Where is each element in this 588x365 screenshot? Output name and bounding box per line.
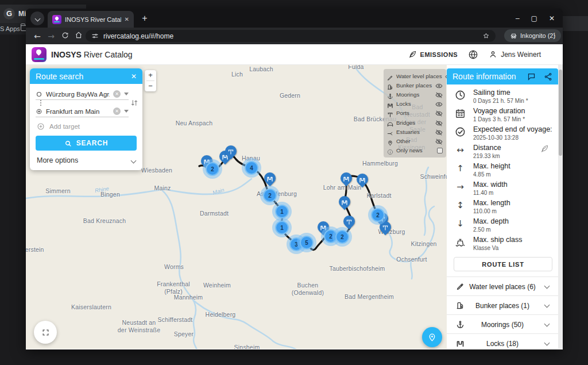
- section-moorings-50-[interactable]: Moorings (50): [447, 314, 558, 333]
- more-options-button[interactable]: More options: [36, 156, 137, 164]
- eye-off-icon[interactable]: [435, 137, 443, 145]
- close-icon[interactable]: ✕: [131, 72, 137, 80]
- clear-origin-icon[interactable]: ✕: [113, 90, 121, 98]
- reload-button[interactable]: [58, 32, 72, 41]
- lock-pin-marker[interactable]: [338, 195, 351, 208]
- maximize-button[interactable]: ▢: [531, 14, 537, 22]
- section-locks-18-[interactable]: Locks (18): [447, 333, 558, 349]
- back-button[interactable]: ←: [30, 32, 44, 41]
- scrollbar-thumb[interactable]: [559, 70, 562, 156]
- eye-icon[interactable]: [435, 82, 443, 89]
- cluster-marker[interactable]: 1: [272, 218, 292, 237]
- legend-item-estuaries[interactable]: Estuaries: [387, 127, 443, 136]
- fullscreen-icon: [42, 329, 49, 336]
- route-list-button[interactable]: ROUTE LIST: [454, 257, 552, 271]
- info-label: Voyage duration: [473, 107, 525, 115]
- legend-label: Moorings: [396, 91, 432, 98]
- map[interactable]: LaubachLichFuldaGedernNeu AnspachBad Brü…: [26, 65, 447, 349]
- clear-destination-icon[interactable]: ✕: [113, 107, 121, 115]
- eye-icon[interactable]: [445, 72, 447, 80]
- share-icon[interactable]: [544, 72, 552, 81]
- cluster-marker[interactable]: 2: [368, 205, 388, 225]
- cluster-count: 2: [263, 189, 277, 202]
- legend-item-bridges[interactable]: Bridges: [387, 118, 443, 127]
- legend-item-water-level-places[interactable]: Water level places: [387, 71, 443, 80]
- site-settings-icon[interactable]: [91, 32, 99, 40]
- fullscreen-button[interactable]: [34, 321, 57, 344]
- map-label: Wiesbaden: [141, 167, 172, 174]
- map-label: Mannheim: [174, 294, 203, 301]
- section-bunker-places-1-[interactable]: Bunker places (1): [447, 295, 558, 314]
- cluster-marker[interactable]: 2: [203, 159, 222, 179]
- lock-pin-marker[interactable]: [356, 173, 369, 186]
- map-label: Buchen (Odenwald): [292, 282, 324, 297]
- info-row-max-ship-class: Max. ship classKlasse Va: [447, 235, 558, 253]
- legend-item-ports[interactable]: Ports: [387, 109, 443, 118]
- map-label: Heidelberg: [206, 311, 236, 318]
- legend-item-other[interactable]: Other: [387, 136, 443, 145]
- zoom-out-button[interactable]: −: [145, 81, 156, 91]
- lock-pin-marker[interactable]: [340, 172, 353, 185]
- search-button[interactable]: SEARCH: [36, 136, 137, 151]
- dropdown-caret-icon[interactable]: [124, 93, 129, 95]
- eye-off-icon[interactable]: [435, 128, 443, 136]
- minimize-button[interactable]: –: [516, 14, 520, 22]
- user-menu[interactable]: Jens Weinert: [489, 50, 541, 59]
- cluster-marker[interactable]: 4: [242, 158, 261, 178]
- lock-pin-marker[interactable]: [264, 172, 276, 185]
- legend-item-bunker-places[interactable]: Bunker places: [387, 80, 443, 90]
- home-button[interactable]: [72, 31, 86, 41]
- bookmark-star-icon[interactable]: [482, 32, 490, 40]
- swap-direction-icon[interactable]: [130, 98, 139, 110]
- menu-kebab-icon[interactable]: ⋮: [551, 31, 558, 40]
- eye-icon[interactable]: [435, 100, 443, 107]
- add-target-button[interactable]: Add target: [37, 122, 137, 130]
- legend-item-only-news[interactable]: Only news: [387, 146, 443, 155]
- globe-icon[interactable]: [468, 49, 478, 60]
- dropdown-caret-icon[interactable]: [124, 110, 129, 113]
- only-news-checkbox[interactable]: [437, 148, 443, 153]
- address-bar[interactable]: rivercatalog.eu/#/home: [86, 30, 496, 42]
- tab-search-button[interactable]: [30, 11, 44, 25]
- brand-rest: River Catalog: [82, 50, 133, 59]
- destination-value[interactable]: Frankfurt am Main: [46, 108, 110, 115]
- cluster-marker[interactable]: 5: [297, 233, 316, 252]
- origin-value[interactable]: Würzburg BayWa Agr...: [46, 91, 110, 98]
- fuel-icon: [387, 82, 393, 89]
- cluster-marker[interactable]: 2: [332, 227, 352, 247]
- section-label: Locks (18): [447, 340, 558, 348]
- section-water-level-places-6-[interactable]: Water level places (6): [447, 276, 558, 295]
- section-label: Water level places (6): [447, 283, 558, 291]
- arrow-up-icon: ↑: [455, 163, 466, 174]
- destination-field[interactable]: Frankfurt am Main ✕: [36, 106, 129, 117]
- legend-item-moorings[interactable]: Moorings: [387, 90, 443, 99]
- origin-circle-icon: [36, 91, 42, 98]
- port-pin-marker[interactable]: [225, 145, 237, 157]
- cluster-marker[interactable]: 2: [260, 186, 280, 205]
- eye-off-icon[interactable]: [435, 91, 443, 98]
- info-value: 219.33 km: [473, 153, 500, 159]
- scrollbar[interactable]: [558, 65, 563, 349]
- emissions-button[interactable]: EMISSIONS: [408, 50, 458, 59]
- tab-inosys-river-catalog[interactable]: INOSYS River Catalog ✕: [48, 11, 134, 28]
- tab-strip: INOSYS River Catalog ✕ + – ▢ ✕: [26, 9, 563, 28]
- emissions-label: EMISSIONS: [420, 51, 458, 58]
- map-legend: Water level placesBunker placesMooringsL…: [384, 69, 446, 157]
- eye-off-icon[interactable]: [435, 109, 443, 117]
- tab-close-icon[interactable]: ✕: [125, 16, 129, 22]
- zoom-in-button[interactable]: +: [145, 70, 156, 80]
- page: INOSYS River Catalog EMISSIONS Jens Wein…: [26, 44, 563, 349]
- forward-button[interactable]: →: [44, 32, 58, 41]
- origin-field[interactable]: Würzburg BayWa Agr... ✕: [36, 89, 129, 100]
- new-tab-button[interactable]: +: [138, 13, 151, 24]
- map-label: Kaiserslautern: [71, 303, 111, 311]
- url-text[interactable]: rivercatalog.eu/#/home: [103, 32, 478, 40]
- add-place-button[interactable]: [422, 327, 442, 347]
- eye-off-icon[interactable]: [435, 119, 443, 126]
- legend-item-locks[interactable]: Locks: [387, 99, 443, 109]
- close-button[interactable]: ✕: [549, 14, 555, 22]
- port-pin-marker[interactable]: [343, 215, 355, 228]
- lockgate-icon: [359, 175, 366, 182]
- crane-icon: [387, 110, 393, 116]
- comment-icon[interactable]: [527, 72, 536, 81]
